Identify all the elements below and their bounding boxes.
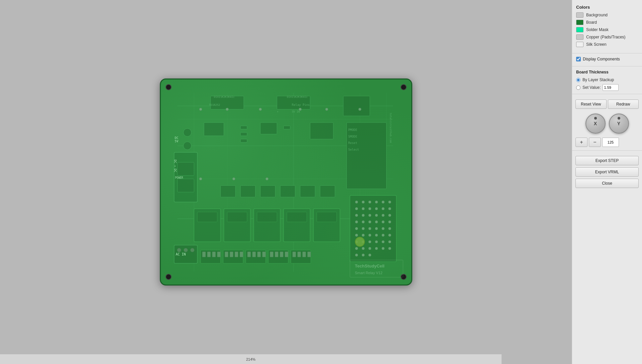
svg-rect-40: [320, 185, 335, 197]
svg-text:TO1R252: TO1R252: [209, 104, 220, 107]
set-value-label: Set Value:: [582, 85, 601, 90]
color-row-solder-mask[interactable]: Solder Mask: [576, 27, 638, 32]
set-value-input[interactable]: [603, 84, 619, 91]
svg-point-90: [375, 207, 378, 210]
by-layer-radio[interactable]: [576, 78, 580, 82]
color-row-silk-screen[interactable]: Silk Screen: [576, 42, 638, 47]
status-bar: 214%: [0, 354, 502, 364]
divider-2: [572, 66, 642, 66]
color-row-board[interactable]: Board: [576, 20, 638, 25]
svg-rect-65: [230, 252, 233, 257]
svg-rect-34: [177, 179, 194, 192]
svg-rect-33: [177, 162, 194, 176]
set-value-row[interactable]: Set Value:: [572, 83, 642, 92]
divider-4: [572, 150, 642, 151]
board-thickness-header: Board Thickness: [572, 68, 642, 76]
svg-point-30: [232, 178, 235, 180]
svg-rect-77: [297, 252, 301, 257]
svg-rect-61: [207, 252, 210, 257]
status-zoom: 214%: [246, 357, 255, 361]
solder-mask-swatch: [576, 27, 583, 32]
silk-screen-swatch: [576, 42, 583, 47]
zoom-out-button[interactable]: −: [589, 138, 601, 147]
svg-point-96: [375, 214, 378, 217]
svg-point-116: [388, 234, 391, 236]
svg-point-99: [355, 221, 358, 223]
svg-text:PMODE: PMODE: [348, 128, 357, 132]
reset-view-button[interactable]: Reset View: [575, 100, 607, 109]
pcb-board[interactable]: PMODE SMODE Reset Select totalcircuithub…: [160, 78, 412, 286]
svg-point-109: [382, 227, 384, 230]
svg-rect-67: [240, 252, 243, 257]
svg-point-24: [226, 108, 228, 111]
copper-label: Copper (Pads/Traces): [586, 35, 626, 39]
svg-point-115: [382, 234, 384, 236]
svg-point-114: [375, 234, 378, 236]
svg-point-25: [259, 108, 261, 111]
background-swatch: [576, 12, 583, 18]
svg-point-94: [362, 214, 364, 217]
svg-point-124: [362, 247, 364, 250]
y-dial-label: Y: [617, 121, 620, 126]
svg-point-95: [368, 214, 371, 217]
svg-point-112: [362, 234, 364, 236]
silk-screen-label: Silk Screen: [586, 42, 607, 47]
svg-point-91: [382, 207, 384, 210]
main-canvas: PMODE SMODE Reset Select totalcircuithub…: [0, 0, 572, 364]
redraw-button[interactable]: Redraw: [608, 100, 639, 109]
divider-1: [572, 53, 642, 53]
svg-point-110: [388, 227, 391, 230]
svg-point-120: [375, 240, 378, 243]
svg-rect-46: [197, 212, 217, 222]
svg-point-23: [199, 108, 202, 111]
export-step-button[interactable]: Export STEP: [575, 156, 639, 165]
svg-point-83: [368, 201, 371, 203]
close-button[interactable]: Close: [575, 179, 639, 188]
svg-rect-35: [220, 185, 235, 197]
color-row-background[interactable]: Background: [576, 12, 638, 18]
board-swatch: [576, 20, 583, 25]
svg-point-29: [199, 178, 202, 180]
zoom-in-button[interactable]: +: [575, 138, 587, 147]
set-value-radio[interactable]: [576, 85, 580, 90]
zoom-level-input[interactable]: [602, 138, 619, 147]
svg-rect-71: [262, 252, 265, 257]
x-dial[interactable]: X: [585, 114, 606, 134]
svg-point-130: [362, 254, 364, 256]
power-label: POWER: [175, 176, 183, 179]
svg-rect-70: [257, 252, 260, 257]
by-layer-stackup-row[interactable]: By Layer Stackup: [572, 76, 642, 83]
solder-mask-label: Solder Mask: [586, 27, 609, 32]
svg-point-87: [355, 207, 358, 210]
color-row-copper[interactable]: Copper (Pads/Traces): [576, 34, 638, 40]
right-panel: Colors Background Board Solder Mask Copp…: [572, 0, 642, 364]
svg-text:totalcircuithub.com: totalcircuithub.com: [389, 113, 392, 143]
y-dial[interactable]: Y: [609, 114, 629, 134]
dc-5v-label: DC5V: [175, 136, 179, 143]
svg-point-93: [355, 214, 358, 217]
svg-rect-50: [317, 212, 337, 222]
svg-rect-48: [257, 212, 277, 222]
svg-text:+: +: [277, 110, 279, 113]
divider-3: [572, 94, 642, 94]
svg-point-53: [184, 248, 188, 252]
svg-point-27: [325, 108, 328, 111]
svg-rect-39: [300, 185, 315, 197]
svg-point-28: [358, 108, 361, 111]
by-layer-label: By Layer Stackup: [582, 77, 614, 82]
svg-point-92: [388, 207, 391, 210]
svg-rect-19: [240, 126, 247, 129]
export-vrml-button[interactable]: Export VRML: [575, 167, 639, 177]
display-components-row[interactable]: Display Components: [572, 55, 642, 63]
svg-point-86: [388, 201, 391, 203]
svg-point-128: [388, 247, 391, 250]
svg-rect-37: [260, 185, 275, 197]
svg-rect-79: [307, 252, 311, 257]
svg-text:SMODE: SMODE: [348, 135, 357, 138]
svg-rect-69: [252, 252, 255, 257]
display-components-label: Display Components: [583, 57, 620, 61]
display-components-checkbox[interactable]: [576, 57, 581, 61]
svg-rect-73: [275, 252, 278, 257]
svg-point-98: [388, 214, 391, 217]
svg-point-111: [355, 234, 358, 236]
